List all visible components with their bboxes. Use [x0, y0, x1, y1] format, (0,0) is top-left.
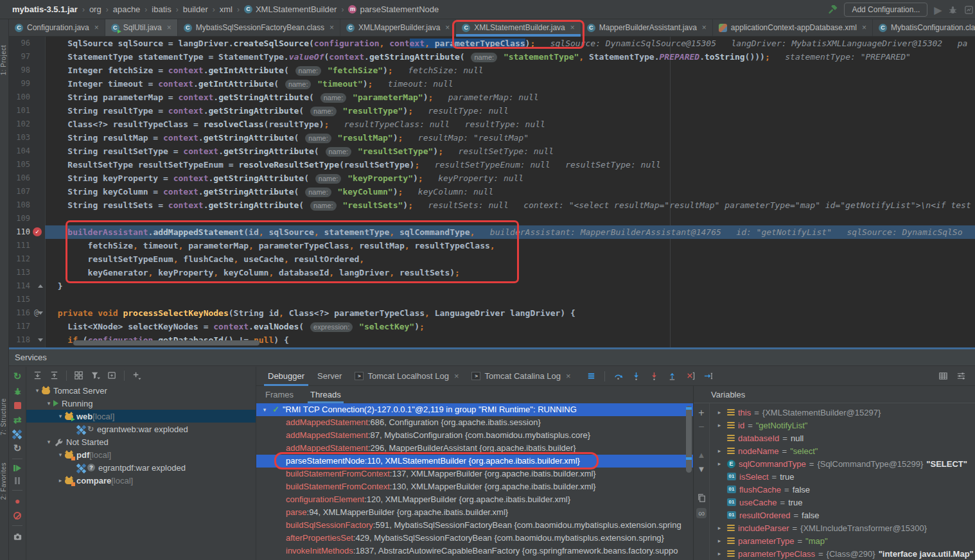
rerun-server-icon[interactable]: ↻ — [13, 371, 22, 381]
run-disabled-icon[interactable]: ▶ — [934, 4, 942, 14]
debugger-tab-Server[interactable]: Server — [311, 367, 348, 386]
editor-tab-MybatisConfiguration.class[interactable]: CMybatisConfiguration.class× — [873, 19, 975, 36]
chevron-right-icon[interactable]: ▸ — [715, 525, 724, 531]
tab-close-icon[interactable]: × — [329, 23, 334, 32]
chevron-down-icon[interactable]: ▾ — [44, 439, 53, 445]
tab-close-icon[interactable]: × — [445, 23, 450, 32]
chevron-down-icon[interactable]: ▾ — [44, 400, 53, 407]
resume-icon[interactable] — [13, 465, 21, 471]
duplicate-icon[interactable] — [697, 493, 707, 503]
editor-tab-SqlUtil.java[interactable]: CSqlUtil.java× — [105, 19, 178, 36]
stack-frame-addMappedStatement[interactable]: addMappedStatement:296, MapperBuilderAss… — [256, 442, 693, 455]
editor-tab-MapperBuilderAssistant.java[interactable]: CMapperBuilderAssistant.java× — [581, 19, 713, 36]
code-line-116[interactable]: 116@ private void processSelectKeyNodes(… — [9, 306, 975, 320]
code-line-107[interactable]: 107 String keyColumn = context.getString… — [9, 185, 975, 198]
services-tree-item-compare[interactable]: ▸compare [local] — [26, 474, 256, 487]
code-line-100[interactable]: 100 String parameterMap = context.getStr… — [9, 91, 975, 104]
code-line-114[interactable]: 114 } — [9, 279, 975, 293]
record-icon[interactable]: ● — [15, 496, 20, 506]
update-resources-icon[interactable] — [12, 430, 22, 437]
debugger-tab-Tomcat Catalina Log[interactable]: >Tomcat Catalina Log× — [465, 367, 577, 386]
hamburger-icon[interactable] — [586, 371, 596, 381]
services-tree-item-Running[interactable]: ▾Running — [26, 397, 256, 410]
show-watches-icon[interactable]: ∞ — [696, 508, 707, 518]
code-line-96[interactable]: 96 SqlSource sqlSource = langDriver.crea… — [9, 37, 975, 50]
stop-server-icon[interactable] — [14, 402, 21, 409]
chevron-down-icon[interactable]: ▾ — [56, 451, 65, 458]
fold-marker-icon[interactable] — [38, 284, 43, 288]
code-line-108[interactable]: 108 String resultSets = context.getStrin… — [9, 198, 975, 212]
services-tree-item-pdf[interactable]: ▾pdf [local] — [26, 448, 256, 461]
tab-close-icon[interactable]: × — [566, 371, 571, 381]
stripe-favorites-label[interactable]: 2: Favorites — [0, 462, 9, 500]
chevron-right-icon[interactable]: ▸ — [715, 550, 724, 557]
variable-row-flushCache[interactable]: 01flushCache=false — [710, 483, 975, 496]
profiler-disabled-icon[interactable] — [964, 4, 974, 14]
stack-frame-invokeInitMethods[interactable]: invokeInitMethods:1837, AbstractAutowire… — [256, 545, 693, 557]
chevron-down-icon[interactable]: ▾ — [260, 403, 269, 416]
stack-frame-parse[interactable]: parse:94, XMLMapperBuilder {org.apache.i… — [256, 506, 693, 519]
breadcrumb-item[interactable]: xml — [218, 4, 234, 14]
code-line-104[interactable]: 104 String resultSetType = context.getSt… — [9, 144, 975, 158]
run-to-cursor-icon[interactable] — [703, 371, 713, 381]
code-line-102[interactable]: 102 Class<?> resultTypeClass = resolveCl… — [9, 118, 975, 131]
chevron-right-icon[interactable]: ▸ — [715, 409, 724, 416]
code-line-101[interactable]: 101 String resultType = context.getStrin… — [9, 104, 975, 118]
move-up-icon[interactable]: ▲ — [698, 451, 706, 460]
editor-tab-applicationContext-appDatabase.xml[interactable]: applicationContext-appDatabase.xml× — [713, 19, 873, 36]
chevron-down-icon[interactable]: ▾ — [33, 387, 42, 394]
drop-frame-icon[interactable] — [685, 371, 695, 381]
code-line-117[interactable]: 117 List<XNode> selectKeyNodes = context… — [9, 320, 975, 333]
tab-close-icon[interactable]: × — [454, 371, 459, 381]
add-configuration-button[interactable]: Add Configuration... — [844, 3, 927, 17]
view-tab-Frames[interactable]: Frames — [265, 390, 294, 403]
thread-row[interactable]: ▾✓"RMI TCP Connection(2)-127.0.0.1"@2,11… — [256, 403, 693, 416]
services-tree-item-egrantpdf:war exploded[interactable]: ?egrantpdf:war exploded — [26, 461, 256, 474]
thread-dump-camera-icon[interactable] — [13, 532, 22, 541]
variable-row-includeParser[interactable]: ▸includeParser={XMLIncludeTransformer@15… — [710, 521, 975, 534]
pause-icon[interactable] — [15, 477, 21, 484]
services-tree-item-egrantweb:war exploded[interactable]: ↻egrantweb:war exploded — [26, 423, 256, 435]
step-out-icon[interactable] — [667, 371, 677, 381]
mute-breakpoints-icon[interactable] — [13, 512, 21, 520]
breadcrumb-item[interactable]: CXMLStatementBuilder — [242, 4, 338, 14]
tab-close-icon[interactable]: × — [862, 23, 866, 32]
refresh-icon[interactable]: ↻ — [13, 443, 22, 453]
new-tab-icon[interactable] — [107, 371, 117, 380]
tab-close-icon[interactable]: × — [167, 23, 171, 32]
stack-frame-addMappedStatement[interactable]: addMappedStatement:686, Configuration {o… — [256, 416, 693, 429]
chevron-right-icon[interactable]: ▸ — [715, 538, 724, 544]
services-tree-item-Not Started[interactable]: ▾Not Started — [26, 435, 256, 448]
code-line-111[interactable]: 111 fetchSize, timeout, parameterMap, pa… — [9, 239, 975, 252]
fold-marker-icon[interactable] — [38, 338, 43, 342]
stack-frame-addMappedStatement[interactable]: addMappedStatement:87, MybatisConfigurat… — [256, 429, 693, 442]
frames-scrollbar[interactable] — [686, 406, 692, 473]
panel-splitter[interactable] — [0, 347, 975, 349]
variable-row-parameterType[interactable]: ▸parameterType="map" — [710, 534, 975, 547]
code-line-98[interactable]: 98 Integer fetchSize = context.getIntAtt… — [9, 64, 975, 77]
stack-frame-configurationElement[interactable]: configurationElement:120, XMLMapperBuild… — [256, 493, 693, 506]
variable-row-useCache[interactable]: 01useCache=true — [710, 496, 975, 509]
variable-row-sqlCommandType[interactable]: ▸EsqlCommandType={SqlCommandType@15299} … — [710, 457, 975, 470]
editor-tab-Configuration.java[interactable]: CConfiguration.java× — [9, 19, 105, 36]
filter-icon[interactable] — [91, 371, 100, 380]
stack-frame-buildSqlSessionFactory[interactable]: buildSqlSessionFactory:591, MybatisSqlSe… — [256, 519, 693, 532]
stack-frame-buildStatementFromContext[interactable]: buildStatementFromContext:130, XMLMapper… — [256, 480, 693, 493]
stripe-structure-label[interactable]: 7: Structure — [0, 398, 9, 435]
editor-horizontal-scrollbar[interactable] — [73, 340, 259, 346]
variable-row-databaseId[interactable]: databaseId=null — [710, 432, 975, 444]
view-tab-Threads[interactable]: Threads — [310, 390, 341, 403]
breakpoint-verified-icon[interactable]: ✓ — [33, 227, 42, 236]
variable-row-this[interactable]: ▸this={XMLStatementBuilder@15297} — [710, 406, 975, 419]
code-line-109[interactable]: 109 — [9, 212, 975, 225]
variable-row-resultOrdered[interactable]: 01resultOrdered=false — [710, 509, 975, 521]
tab-close-icon[interactable]: × — [94, 23, 99, 32]
debug-disabled-icon[interactable] — [948, 4, 958, 14]
build-hammer-icon[interactable] — [828, 4, 838, 14]
fold-marker-icon[interactable] — [38, 311, 43, 315]
code-line-113[interactable]: 113 keyGenerator, keyProperty, keyColumn… — [9, 266, 975, 279]
code-line-106[interactable]: 106 String keyProperty = context.getStri… — [9, 171, 975, 185]
breadcrumb-item[interactable]: mparseStatementNode — [346, 4, 441, 14]
breadcrumb-item[interactable]: org — [87, 4, 103, 14]
code-line-115[interactable]: 115 — [9, 293, 975, 306]
